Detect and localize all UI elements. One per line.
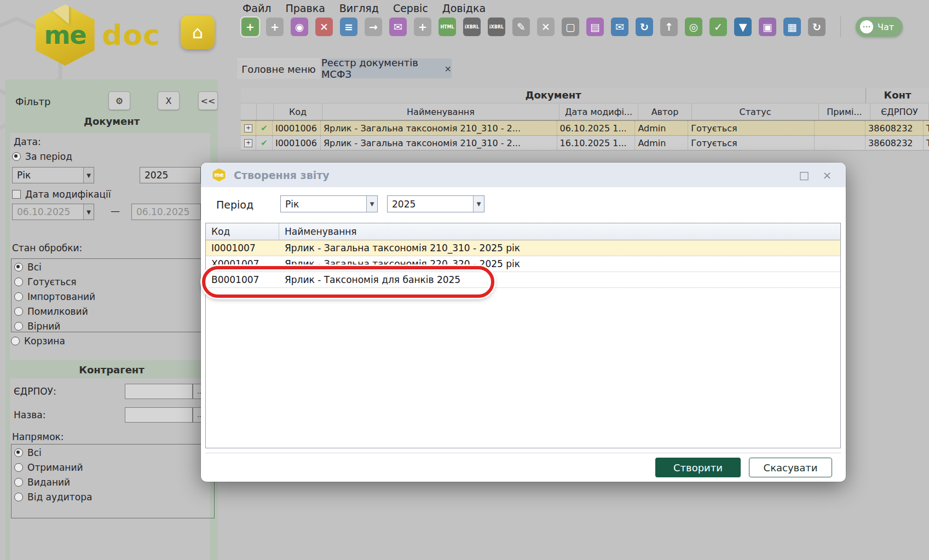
- chat-label: Чат: [878, 22, 894, 32]
- radio-direction-issued[interactable]: Виданий: [14, 477, 70, 488]
- radio-state-all[interactable]: Всі: [14, 262, 42, 273]
- open-documents-icon[interactable]: ≡: [340, 18, 357, 36]
- print-icon[interactable]: ▤: [586, 18, 604, 36]
- create-report-icon[interactable]: +: [241, 18, 259, 36]
- table-refresh-icon[interactable]: ▦: [783, 18, 801, 36]
- cell-note: [815, 136, 865, 150]
- cell-name: Ярлик - Загальна таксономія 210_310 - 2.…: [321, 121, 557, 135]
- name-input[interactable]: [125, 407, 193, 423]
- checkbox-icon: [12, 190, 21, 199]
- tab-registry-msfz[interactable]: Реєстр документів МСФЗ ×: [321, 59, 452, 78]
- radio-icon: [14, 307, 23, 316]
- menu-view[interactable]: Вигляд: [339, 2, 379, 14]
- save-icon[interactable]: ▢: [562, 18, 579, 36]
- filter-collapse-button[interactable]: <<: [198, 91, 218, 110]
- group-document: Документ: [241, 88, 866, 103]
- edrpou-input[interactable]: [125, 384, 193, 399]
- col-modified[interactable]: Дата модифі...: [559, 103, 638, 120]
- col-edrpou[interactable]: ЄДРПОУ: [870, 103, 929, 120]
- mod-date-from-select[interactable]: 06.10.2025 ▼: [12, 204, 94, 220]
- receive-mail-icon[interactable]: ✉: [611, 18, 628, 36]
- delete-report-icon[interactable]: ✕: [315, 18, 333, 36]
- edit-document-icon[interactable]: ✎: [512, 18, 530, 36]
- cancel-button[interactable]: Скасувати: [749, 458, 832, 477]
- radio-direction-auditor[interactable]: Від аудитора: [14, 492, 92, 503]
- menu-help[interactable]: Довідка: [442, 2, 486, 14]
- menu-file[interactable]: Файл: [243, 2, 272, 14]
- checklist-icon[interactable]: ✓: [709, 18, 727, 36]
- dialog-period-select[interactable]: Рік ▼: [280, 195, 378, 212]
- exchange-mail-icon[interactable]: ↻: [636, 18, 653, 36]
- dialog-col-name[interactable]: Найменування: [279, 223, 840, 240]
- table-row[interactable]: + ✔ I0001006 Ярлик - Загальна таксономія…: [241, 136, 929, 151]
- cancel-edit-icon[interactable]: ✕: [537, 18, 555, 36]
- dialog-report-list: Код Найменування I0001007 Ярлик - Загаль…: [205, 223, 841, 448]
- cell-code: I0001006: [273, 136, 321, 150]
- list-item[interactable]: I0001007 Ярлик - Загальна таксономія 210…: [206, 240, 840, 256]
- tab-main-menu[interactable]: Головне меню: [237, 59, 320, 79]
- dialog-year-select[interactable]: 2025 ▼: [387, 195, 484, 212]
- sync-check-icon[interactable]: ↻: [808, 18, 826, 36]
- radio-direction-received[interactable]: Отриманий: [14, 462, 83, 473]
- filter-icon[interactable]: ▼: [734, 18, 752, 36]
- cell-note: [815, 121, 865, 135]
- menu-edit[interactable]: Правка: [286, 2, 325, 14]
- restore-trash-icon[interactable]: ↑: [660, 18, 678, 36]
- cell-extra: Т: [924, 136, 929, 150]
- mod-date-checkbox[interactable]: Дата модифікації: [12, 189, 111, 200]
- year-field[interactable]: 2025: [140, 167, 201, 183]
- filter-clear-button[interactable]: X: [158, 91, 180, 110]
- radio-state-correct[interactable]: Вірний: [14, 321, 60, 332]
- dialog-col-code[interactable]: Код: [206, 223, 279, 240]
- filter-settings-button[interactable]: ⚙: [108, 91, 130, 110]
- html-export-icon[interactable]: HTML: [438, 18, 456, 36]
- date-range-dash: —: [111, 205, 120, 216]
- col-author[interactable]: Автор: [638, 103, 692, 120]
- col-code[interactable]: Код: [274, 103, 322, 120]
- radio-icon: [14, 478, 23, 487]
- col-status[interactable]: Статус: [692, 103, 819, 120]
- radio-period[interactable]: За період: [12, 151, 72, 162]
- filter-panel: Фільтр ⚙ X << Документ Дата: За період Р…: [5, 79, 218, 560]
- preview-report-icon[interactable]: ◉: [291, 18, 308, 36]
- mod-date-to-field[interactable]: 06.10.2025: [131, 204, 201, 220]
- close-icon[interactable]: ×: [820, 169, 835, 182]
- copy-report-icon[interactable]: +: [266, 18, 284, 36]
- create-report-dialog: me Створення звіту □ × Період Рік ▼ 2025…: [201, 163, 846, 482]
- copy-pages-icon[interactable]: ▣: [759, 18, 776, 36]
- registry-column-header: Код Найменування Дата модифі... Автор Ст…: [241, 103, 929, 120]
- tab-close-icon[interactable]: ×: [445, 63, 452, 74]
- radio-icon: [14, 278, 23, 286]
- maximize-icon[interactable]: □: [797, 169, 812, 182]
- cell-author: Admin: [635, 136, 688, 150]
- table-row[interactable]: + ✔ I0001006 Ярлик - Загальна таксономія…: [241, 120, 929, 136]
- radio-state-preparing[interactable]: Готується: [14, 276, 77, 287]
- expand-icon[interactable]: +: [244, 124, 252, 132]
- filter-title: Фільтр: [15, 96, 51, 107]
- forward-report-icon[interactable]: →: [365, 18, 382, 36]
- chevron-down-icon: ▼: [83, 204, 94, 220]
- date-label: Дата:: [14, 136, 41, 147]
- toolbar: + + ◉ ✕ ≡ → ✉ + HTML iXBRL iXBRL ✎ ✕ ▢ ▤…: [241, 16, 903, 37]
- search-document-icon[interactable]: ◎: [685, 18, 702, 36]
- home-button[interactable]: ⌂: [181, 15, 215, 49]
- add-copy-icon[interactable]: +: [414, 18, 431, 36]
- radio-state-trash[interactable]: Корзина: [11, 336, 65, 347]
- send-mail-icon[interactable]: ✉: [389, 18, 407, 36]
- radio-icon: [14, 322, 23, 331]
- col-note[interactable]: Примі...: [819, 103, 870, 120]
- period-type-select[interactable]: Рік ▼: [12, 167, 94, 183]
- check-icon: ✔: [261, 123, 268, 133]
- ixbrl-import-icon[interactable]: iXBRL: [463, 18, 481, 36]
- col-name[interactable]: Найменування: [322, 103, 559, 120]
- dialog-footer-divider: [205, 453, 841, 453]
- create-button[interactable]: Створити: [655, 458, 741, 477]
- dialog-titlebar[interactable]: me Створення звіту □ ×: [201, 163, 846, 187]
- menu-service[interactable]: Сервіс: [393, 2, 428, 14]
- radio-state-imported[interactable]: Імпортований: [14, 291, 95, 302]
- chat-button[interactable]: ··· Чат: [856, 17, 903, 37]
- radio-direction-all[interactable]: Всі: [14, 447, 42, 458]
- expand-icon[interactable]: +: [244, 139, 252, 147]
- radio-state-erroneous[interactable]: Помилковий: [14, 306, 88, 317]
- ixbrl-sign-icon[interactable]: iXBRL: [488, 18, 505, 36]
